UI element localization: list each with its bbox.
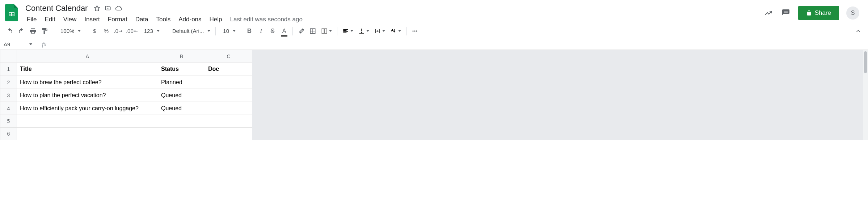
undo-button[interactable] xyxy=(4,26,15,37)
format-percent-button[interactable]: % xyxy=(101,26,111,37)
text-wrap-dropdown[interactable] xyxy=(372,28,387,34)
cell[interactable] xyxy=(17,115,158,128)
column-header-c[interactable]: C xyxy=(205,50,252,63)
svg-rect-4 xyxy=(322,29,324,34)
vertical-align-dropdown[interactable] xyxy=(356,28,371,34)
star-icon[interactable] xyxy=(93,5,101,12)
menu-bar: File Edit View Insert Format Data Tools … xyxy=(23,14,763,25)
svg-point-7 xyxy=(414,30,415,31)
move-icon[interactable] xyxy=(104,5,111,12)
row-header[interactable]: 3 xyxy=(0,89,17,102)
increase-decimal-button[interactable]: .00 xyxy=(125,26,139,37)
cell[interactable] xyxy=(205,89,252,102)
spreadsheet-grid[interactable]: A B C 1TitleStatusDoc 2How to brew the p… xyxy=(0,50,252,140)
menu-insert[interactable]: Insert xyxy=(81,14,104,25)
cell[interactable] xyxy=(205,128,252,140)
comments-icon[interactable] xyxy=(781,8,791,18)
lock-icon xyxy=(806,10,812,16)
decrease-decimal-button[interactable]: .0 xyxy=(112,26,124,37)
row-header[interactable]: 5 xyxy=(0,115,17,128)
more-toolbar-button[interactable] xyxy=(409,26,420,37)
share-label: Share xyxy=(815,9,831,17)
zoom-dropdown[interactable]: 100% xyxy=(56,28,83,34)
menu-data[interactable]: Data xyxy=(132,14,152,25)
cloud-icon[interactable] xyxy=(115,5,122,12)
menu-tools[interactable]: Tools xyxy=(153,14,174,25)
cell[interactable] xyxy=(17,128,158,140)
paint-format-button[interactable] xyxy=(39,26,50,37)
column-header-b[interactable]: B xyxy=(158,50,205,63)
formula-input[interactable] xyxy=(52,39,868,50)
activity-icon[interactable] xyxy=(763,8,774,18)
cell[interactable]: How to brew the perfect coffee? xyxy=(17,76,158,89)
cell[interactable]: Title xyxy=(17,63,158,76)
share-button[interactable]: Share xyxy=(798,6,839,20)
svg-rect-5 xyxy=(325,29,327,34)
svg-marker-0 xyxy=(94,6,100,11)
menu-view[interactable]: View xyxy=(60,14,80,25)
font-dropdown[interactable]: Default (Ari... xyxy=(168,28,213,34)
account-avatar[interactable]: S xyxy=(846,7,859,20)
row-header[interactable]: 1 xyxy=(0,63,17,76)
svg-point-8 xyxy=(416,30,417,31)
format-currency-button[interactable]: $ xyxy=(89,26,100,37)
row-header[interactable]: 2 xyxy=(0,76,17,89)
grid-area: A B C 1TitleStatusDoc 2How to brew the p… xyxy=(0,50,868,140)
cell[interactable]: Queued xyxy=(158,89,205,102)
cell[interactable] xyxy=(205,76,252,89)
collapse-toolbar-button[interactable] xyxy=(853,26,864,37)
cell[interactable]: How to plan the perfect vacation? xyxy=(17,89,158,102)
cell[interactable] xyxy=(158,128,205,140)
cell[interactable]: Queued xyxy=(158,102,205,115)
menu-format[interactable]: Format xyxy=(104,14,131,25)
cell[interactable] xyxy=(205,115,252,128)
menu-addons[interactable]: Add-ons xyxy=(175,14,205,25)
row-header[interactable]: 4 xyxy=(0,102,17,115)
text-color-button[interactable]: A xyxy=(279,26,290,37)
select-all-corner[interactable] xyxy=(0,50,17,63)
menu-help[interactable]: Help xyxy=(206,14,226,25)
title-bar: Content Calendar File Edit View Insert F… xyxy=(0,0,868,23)
column-header-a[interactable]: A xyxy=(17,50,158,63)
bold-button[interactable]: B xyxy=(244,26,255,37)
cell[interactable]: Doc xyxy=(205,63,252,76)
redo-button[interactable] xyxy=(16,26,27,37)
strikethrough-button[interactable]: S xyxy=(267,26,278,37)
svg-point-6 xyxy=(412,30,413,31)
text-rotation-dropdown[interactable] xyxy=(388,28,403,34)
cell[interactable]: Status xyxy=(158,63,205,76)
last-edit-link[interactable]: Last edit was seconds ago xyxy=(227,14,306,25)
sheets-logo[interactable] xyxy=(4,3,19,22)
fill-color-button[interactable] xyxy=(296,26,307,37)
cell[interactable] xyxy=(205,102,252,115)
document-title[interactable]: Content Calendar xyxy=(23,3,90,14)
row-header[interactable]: 6 xyxy=(0,128,17,140)
horizontal-align-dropdown[interactable] xyxy=(340,28,355,34)
menu-edit[interactable]: Edit xyxy=(41,14,59,25)
fx-icon: fx xyxy=(36,41,52,48)
name-box[interactable]: A9 xyxy=(0,39,36,50)
toolbar: 100% $ % .0 .00 123 Default (Ari... 10 B… xyxy=(0,23,868,39)
more-formats-dropdown[interactable]: 123 xyxy=(140,28,162,34)
borders-button[interactable] xyxy=(307,26,318,37)
cell[interactable]: How to efficiently pack your carry-on lu… xyxy=(17,102,158,115)
font-size-dropdown[interactable]: 10 xyxy=(219,28,238,34)
italic-button[interactable]: I xyxy=(256,26,266,37)
cell[interactable]: Planned xyxy=(158,76,205,89)
print-button[interactable] xyxy=(28,26,38,37)
formula-bar: A9 fx xyxy=(0,39,868,50)
merge-cells-dropdown[interactable] xyxy=(319,28,334,34)
vertical-scrollbar[interactable] xyxy=(863,50,868,140)
menu-file[interactable]: File xyxy=(23,14,40,25)
cell[interactable] xyxy=(158,115,205,128)
